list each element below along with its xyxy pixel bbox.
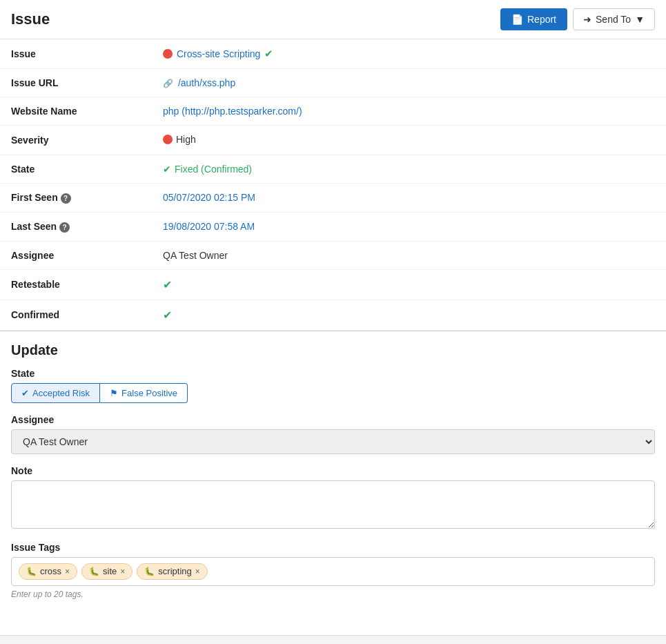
first-seen-link[interactable]: 05/07/2020 02:15 PM [163, 192, 255, 203]
retestable-row: Retestable ✔ [0, 269, 666, 300]
state-buttons-group: ✔ Accepted Risk ⚑ False Positive [11, 383, 655, 403]
issue-name-link[interactable]: Cross-site Scripting [177, 48, 260, 59]
accepted-risk-icon: ✔ [21, 388, 29, 398]
update-section-title: Update [11, 342, 655, 358]
assignee-label: Assignee [0, 241, 152, 269]
tag-label: cross [40, 566, 61, 576]
severity-label: Severity [0, 126, 152, 155]
state-row: State ✔ Fixed (Confirmed) [0, 155, 666, 184]
retestable-check-icon: ✔ [163, 279, 172, 291]
assignee-row: Assignee QA Test Owner [0, 241, 666, 269]
severity-row: Severity High [0, 126, 666, 155]
send-to-button[interactable]: ➜ Send To ▼ [573, 8, 655, 30]
issue-row: Issue Cross-site Scripting ✔ [0, 39, 666, 69]
severity-high-icon [163, 135, 173, 144]
state-value: ✔ Fixed (Confirmed) [152, 155, 666, 184]
issue-url-row: Issue URL 🔗 /auth/xss.php [0, 69, 666, 97]
last-seen-link[interactable]: 19/08/2020 07:58 AM [163, 221, 255, 232]
state-form-group: State ✔ Accepted Risk ⚑ False Positive [11, 368, 655, 403]
website-name-label: Website Name [0, 97, 152, 126]
tag-remove-button[interactable]: × [120, 567, 125, 576]
state-text: Fixed (Confirmed) [175, 164, 252, 175]
severity-value: High [152, 126, 666, 155]
tag-label: site [103, 566, 117, 576]
tag-label: scripting [158, 566, 191, 576]
confirmed-check-icon: ✔ [264, 48, 273, 60]
confirmed-label: Confirmed [0, 300, 152, 330]
last-seen-row: Last Seen ? 19/08/2020 07:58 AM [0, 212, 666, 241]
note-textarea[interactable] [11, 480, 655, 529]
first-seen-help-icon[interactable]: ? [61, 193, 71, 204]
accepted-risk-button[interactable]: ✔ Accepted Risk [11, 383, 100, 403]
tag-icon: 🐛 [26, 567, 37, 576]
assignee-form-group: Assignee QA Test OwnerAdminDeveloper [11, 414, 655, 454]
severity-dot-icon [163, 49, 173, 59]
website-name-row: Website Name php (http://php.testsparker… [0, 97, 666, 126]
report-icon: 📄 [511, 14, 523, 25]
state-label: State [0, 155, 152, 184]
first-seen-label: First Seen ? [0, 184, 152, 213]
page-header: Issue 📄 Report ➜ Send To ▼ [0, 0, 666, 39]
retestable-label: Retestable [0, 269, 152, 300]
last-seen-label: Last Seen ? [0, 212, 152, 241]
retestable-value: ✔ [152, 269, 666, 300]
page-title: Issue [11, 10, 50, 28]
severity-text: High [176, 134, 196, 145]
note-form-label: Note [11, 465, 655, 476]
external-link-icon: 🔗 [163, 79, 173, 88]
chevron-down-icon: ▼ [635, 14, 645, 25]
first-seen-value: 05/07/2020 02:15 PM [152, 184, 666, 213]
issue-url-link[interactable]: /auth/xss.php [178, 77, 235, 88]
assignee-select[interactable]: QA Test OwnerAdminDeveloper [11, 429, 655, 454]
update-section: Update State ✔ Accepted Risk ⚑ False Pos… [0, 331, 666, 621]
first-seen-row: First Seen ? 05/07/2020 02:15 PM [0, 184, 666, 213]
report-button[interactable]: 📄 Report [500, 8, 567, 30]
website-name-link[interactable]: php (http://php.testsparker.com/) [163, 106, 302, 117]
last-seen-help-icon[interactable]: ? [59, 222, 70, 233]
issue-url-value: 🔗 /auth/xss.php [152, 69, 666, 97]
false-positive-button[interactable]: ⚑ False Positive [100, 383, 188, 403]
issue-url-label: Issue URL [0, 69, 152, 97]
confirmed-row: Confirmed ✔ [0, 300, 666, 330]
tag-chip: 🐛scripting× [137, 563, 207, 580]
false-positive-icon: ⚑ [110, 388, 118, 398]
assignee-value: QA Test Owner [152, 241, 666, 269]
confirmed-tick-icon: ✔ [163, 309, 172, 321]
issue-tags-form-group: Issue Tags 🐛cross×🐛site×🐛scripting× Ente… [11, 542, 655, 599]
note-form-group: Note [11, 465, 655, 531]
tags-hint: Enter up to 20 tags. [11, 589, 655, 599]
tag-chip: 🐛cross× [19, 563, 77, 580]
confirmed-value: ✔ [152, 300, 666, 330]
footer-actions: Save [0, 635, 666, 644]
state-form-label: State [11, 368, 655, 379]
tag-remove-button[interactable]: × [65, 567, 70, 576]
state-check-icon: ✔ [163, 164, 171, 175]
website-name-value: php (http://php.testsparker.com/) [152, 97, 666, 126]
tag-icon: 🐛 [144, 567, 155, 576]
issue-field-label: Issue [0, 39, 152, 69]
tags-container[interactable]: 🐛cross×🐛site×🐛scripting× [11, 557, 655, 586]
tag-icon: 🐛 [89, 567, 99, 576]
tag-chip: 🐛site× [81, 563, 133, 580]
last-seen-value: 19/08/2020 07:58 AM [152, 212, 666, 241]
tag-remove-button[interactable]: × [195, 567, 200, 576]
issue-tags-label: Issue Tags [11, 542, 655, 553]
assignee-form-label: Assignee [11, 414, 655, 425]
issue-field-value: Cross-site Scripting ✔ [152, 39, 666, 69]
issue-details-table: Issue Cross-site Scripting ✔ Issue URL 🔗… [0, 39, 666, 331]
header-buttons: 📄 Report ➜ Send To ▼ [500, 8, 655, 30]
send-icon: ➜ [583, 14, 591, 25]
